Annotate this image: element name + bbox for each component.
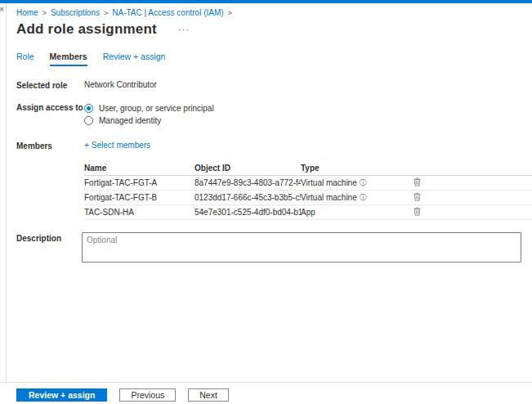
select-members-link[interactable]: + Select members — [84, 141, 150, 150]
radio-option-managed-identity[interactable]: Managed identity — [84, 114, 532, 127]
review-assign-button[interactable]: Review + assign — [16, 388, 107, 402]
tab-review-assign[interactable]: Review + assign — [103, 52, 166, 66]
footer-bar: Review + assign Previous Next — [0, 382, 532, 404]
member-type: App — [301, 208, 315, 217]
breadcrumb: Home > Subscriptions > NA-TAC | Access c… — [16, 8, 532, 17]
add-role-assignment-blade: × Home > Subscriptions > NA-TAC | Access… — [0, 0, 532, 404]
selected-role-row: Selected role Network Contributor — [16, 80, 532, 90]
column-header-object-id: Object ID — [194, 164, 301, 173]
select-members-label: Select members — [92, 141, 150, 150]
radio-option-label: User, group, or service principal — [99, 104, 214, 113]
members-table-header: Name Object ID Type — [84, 161, 532, 176]
member-type: Virtual machine — [301, 178, 357, 187]
next-button[interactable]: Next — [188, 388, 229, 402]
left-gutter: × — [0, 3, 7, 382]
radio-option-label: Managed identity — [99, 116, 161, 125]
plus-icon: + — [84, 141, 89, 150]
delete-member-button[interactable] — [414, 177, 421, 186]
assign-access-to-label: Assign access to — [16, 102, 84, 112]
title-row: Add role assignment ··· — [16, 21, 532, 38]
close-icon[interactable]: × — [0, 5, 4, 14]
breadcrumb-separator: > — [228, 9, 232, 17]
member-name: TAC-SDN-HA — [84, 208, 194, 217]
members-table: Name Object ID Type Fortigat-TAC-FGT-A 8… — [84, 161, 532, 220]
page-title: Add role assignment — [16, 21, 157, 38]
blade-content: Home > Subscriptions > NA-TAC | Access c… — [7, 3, 532, 264]
delete-member-button[interactable] — [414, 192, 421, 201]
member-type: Virtual machine — [301, 193, 357, 202]
delete-member-button[interactable] — [414, 207, 421, 216]
tab-members[interactable]: Members — [50, 52, 87, 66]
description-label: Description — [16, 232, 84, 243]
radio-unselected-icon[interactable] — [84, 116, 93, 125]
description-input[interactable] — [82, 232, 521, 263]
trash-icon — [414, 207, 421, 216]
member-object-id: 54e7e301-c525-4df0-bd04-b165abe8f0... — [194, 208, 301, 217]
selected-role-value: Network Contributor — [84, 80, 532, 89]
radio-option-user-group[interactable]: User, group, or service principal — [84, 102, 532, 114]
table-row: TAC-SDN-HA 54e7e301-c525-4df0-bd04-b165a… — [84, 205, 532, 220]
member-name: Fortigat-TAC-FGT-B — [84, 193, 194, 202]
radio-selected-icon[interactable] — [84, 104, 93, 113]
column-header-type: Type — [301, 164, 414, 173]
description-row: Description — [16, 232, 532, 264]
members-row: Members + Select members Name Object ID … — [16, 141, 532, 220]
table-row: Fortigat-TAC-FGT-A 8a7447e9-89c3-4803-a7… — [84, 176, 532, 191]
role-assignment-form: Selected role Network Contributor Assign… — [16, 80, 532, 264]
column-header-name: Name — [84, 164, 194, 173]
assign-access-to-row: Assign access to User, group, or service… — [16, 102, 532, 127]
breadcrumb-separator: > — [104, 9, 108, 17]
member-object-id: 8a7447e9-89c3-4803-a772-f4bba05500... — [194, 178, 301, 187]
breadcrumb-home[interactable]: Home — [16, 8, 38, 17]
tab-role[interactable]: Role — [16, 52, 34, 66]
tab-bar: Role Members Review + assign — [16, 52, 532, 66]
info-icon[interactable]: ⓘ — [360, 194, 367, 201]
breadcrumb-subscriptions[interactable]: Subscriptions — [51, 8, 100, 17]
members-label: Members — [16, 141, 84, 150]
trash-icon — [414, 192, 421, 201]
previous-button[interactable]: Previous — [119, 388, 176, 402]
more-options-icon[interactable]: ··· — [178, 25, 190, 34]
breadcrumb-separator: > — [42, 9, 47, 17]
selected-role-label: Selected role — [16, 80, 84, 90]
member-object-id: 0123dd17-666c-45c3-b3b5-c58e726a0a... — [194, 193, 301, 202]
assign-access-options: User, group, or service principal Manage… — [84, 102, 532, 127]
info-icon[interactable]: ⓘ — [360, 179, 367, 186]
table-row: Fortigat-TAC-FGT-B 0123dd17-666c-45c3-b3… — [84, 191, 532, 205]
trash-icon — [414, 177, 421, 186]
member-name: Fortigat-TAC-FGT-A — [84, 178, 194, 187]
breadcrumb-access-control[interactable]: NA-TAC | Access control (IAM) — [112, 8, 223, 17]
